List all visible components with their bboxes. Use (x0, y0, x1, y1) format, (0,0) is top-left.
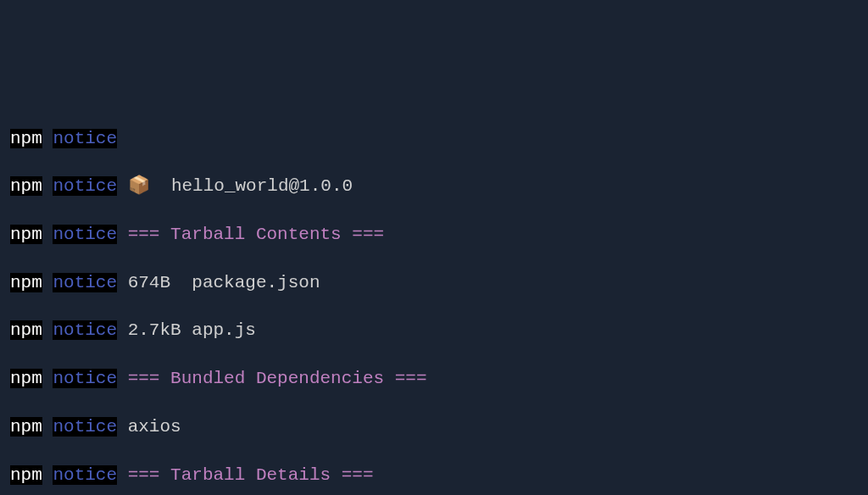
package-header: hello_world@1.0.0 (171, 176, 353, 196)
section-details-line: npm notice === Tarball Details === (10, 464, 858, 487)
notice-prefix: notice (53, 465, 117, 485)
section-contents-line: npm notice === Tarball Contents === (10, 223, 858, 247)
section-eq: === (128, 225, 160, 244)
notice-prefix: notice (53, 176, 117, 196)
npm-prefix: npm (10, 369, 42, 388)
npm-prefix: npm (10, 176, 42, 196)
section-label: Tarball Contents (170, 225, 342, 244)
npm-prefix: npm (10, 465, 42, 485)
file-name: app.js (192, 320, 256, 340)
section-eq: === (342, 465, 374, 485)
package-icon: 📦 (128, 176, 150, 196)
package-header-line: npm notice 📦 hello_world@1.0.0 (10, 175, 858, 198)
notice-prefix: notice (53, 369, 117, 388)
file-size: 2.7kB (128, 320, 181, 340)
section-bundled-line: npm notice === Bundled Dependencies === (10, 367, 858, 391)
npm-prefix: npm (10, 273, 42, 292)
section-eq: === (352, 225, 384, 244)
section-eq: === (395, 369, 427, 388)
section-label: Bundled Dependencies (170, 369, 384, 388)
section-eq: === (128, 465, 160, 485)
file-size: 674B (128, 273, 181, 292)
npm-prefix: npm (10, 320, 42, 340)
notice-prefix: notice (53, 273, 117, 292)
npm-prefix: npm (10, 129, 42, 148)
notice-line: npm notice (10, 127, 858, 151)
terminal-output: npm notice npm notice 📦 hello_world@1.0.… (10, 103, 858, 495)
content-file-line: npm notice 674B package.json (10, 271, 858, 295)
npm-prefix: npm (10, 417, 42, 437)
notice-prefix: notice (53, 320, 117, 340)
bundled-dep-line: npm notice axios (10, 415, 858, 439)
content-file-line: npm notice 2.7kB app.js (10, 319, 858, 342)
bundled-dep-name: axios (128, 417, 181, 437)
section-label: Tarball Details (170, 465, 331, 485)
file-name: package.json (192, 273, 320, 292)
section-eq: === (128, 369, 160, 388)
npm-prefix: npm (10, 225, 42, 244)
notice-prefix: notice (53, 417, 117, 437)
notice-prefix: notice (53, 225, 117, 244)
notice-prefix: notice (53, 129, 117, 148)
